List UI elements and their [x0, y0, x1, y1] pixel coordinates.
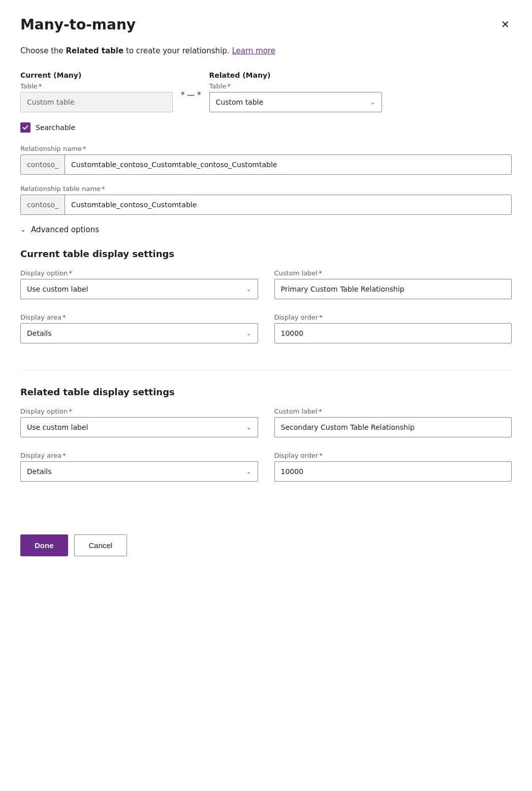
- related-custom-label-row: Custom label* Secondary Custom Table Rel…: [274, 407, 512, 437]
- subtitle-suffix: to create your relationship.: [123, 46, 229, 55]
- related-section-label: Related (Many): [209, 71, 382, 79]
- current-custom-label-row: Custom label* Primary Custom Table Relat…: [274, 269, 512, 299]
- section-divider: [20, 370, 512, 370]
- subtitle-bold: Related table: [66, 46, 124, 55]
- current-section-label: Current (Many): [20, 71, 173, 79]
- related-table-column: Related (Many) Table* Custom table ⌄: [209, 71, 382, 112]
- connector: * — *: [173, 90, 209, 100]
- related-display-row2: Display area* Details ⌄ Display order* 1…: [20, 452, 512, 492]
- related-table-select[interactable]: Custom table ⌄: [209, 92, 382, 112]
- related-display-order-row: Display order* 10000: [274, 452, 512, 482]
- searchable-row: Searchable: [20, 122, 512, 133]
- related-table-display-settings: Related table display settings Display o…: [20, 387, 512, 492]
- current-table-input: Custom table: [20, 92, 173, 112]
- current-table-required: *: [39, 82, 42, 90]
- checkmark-icon: [22, 124, 28, 131]
- relationship-table-name-value: Customtable_contoso_Customtable: [65, 195, 511, 214]
- relationship-name-row: Relationship name* contoso_ Customtable_…: [20, 145, 512, 175]
- advanced-options-toggle[interactable]: ⌄ Advanced options: [20, 225, 512, 234]
- current-custom-label-label: Custom label*: [274, 269, 512, 277]
- table-selection-row: Current (Many) Table* Custom table * — *…: [20, 71, 512, 112]
- relationship-name-value: Customtable_contoso_Customtable_contoso_…: [65, 155, 511, 174]
- related-display-area-chevron-icon: ⌄: [246, 468, 251, 475]
- current-display-area-chevron-icon: ⌄: [246, 330, 251, 337]
- related-display-row1: Display option* Use custom label ⌄ Custo…: [20, 407, 512, 448]
- related-display-area-row: Display area* Details ⌄: [20, 452, 258, 482]
- subtitle-text: Choose the: [20, 46, 66, 55]
- related-display-option-select[interactable]: Use custom label ⌄: [20, 417, 258, 437]
- current-display-option-label: Display option*: [20, 269, 258, 277]
- advanced-options-label: Advanced options: [31, 225, 99, 234]
- related-table-required: *: [227, 82, 231, 90]
- related-display-area-label: Display area*: [20, 452, 258, 459]
- done-button[interactable]: Done: [20, 534, 68, 556]
- current-display-option-select[interactable]: Use custom label ⌄: [20, 279, 258, 299]
- current-display-area-row: Display area* Details ⌄: [20, 313, 258, 343]
- relationship-table-name-prefix: contoso_: [21, 195, 65, 214]
- current-display-order-input[interactable]: 10000: [274, 323, 512, 343]
- related-table-chevron-icon: ⌄: [370, 99, 375, 106]
- relationship-name-prefix: contoso_: [21, 155, 65, 174]
- searchable-label: Searchable: [36, 123, 75, 132]
- close-icon: ✕: [501, 18, 510, 30]
- close-button[interactable]: ✕: [499, 16, 512, 33]
- related-custom-label-input[interactable]: Secondary Custom Table Relationship: [274, 417, 512, 437]
- relationship-table-name-input[interactable]: contoso_ Customtable_contoso_Customtable: [20, 195, 512, 215]
- learn-more-link[interactable]: Learn more: [232, 46, 275, 55]
- many-to-many-dialog: Many-to-many ✕ Choose the Related table …: [0, 0, 532, 791]
- current-display-area-label: Display area*: [20, 313, 258, 321]
- cancel-button[interactable]: Cancel: [74, 534, 128, 556]
- dialog-header: Many-to-many ✕: [20, 16, 512, 33]
- related-display-option-row: Display option* Use custom label ⌄: [20, 407, 258, 437]
- current-display-row2: Display area* Details ⌄ Display order* 1…: [20, 313, 512, 354]
- current-display-option-chevron-icon: ⌄: [246, 286, 251, 293]
- current-custom-label-input[interactable]: Primary Custom Table Relationship: [274, 279, 512, 299]
- current-display-order-row: Display order* 10000: [274, 313, 512, 343]
- subtitle: Choose the Related table to create your …: [20, 45, 512, 57]
- relationship-name-input[interactable]: contoso_ Customtable_contoso_Customtable…: [20, 154, 512, 175]
- related-display-option-value: Use custom label: [27, 423, 88, 431]
- searchable-checkbox[interactable]: [20, 122, 30, 133]
- current-display-area-select[interactable]: Details ⌄: [20, 323, 258, 343]
- related-display-option-chevron-icon: ⌄: [246, 424, 251, 431]
- related-display-order-label: Display order*: [274, 452, 512, 459]
- current-display-area-value: Details: [27, 329, 52, 337]
- related-display-option-label: Display option*: [20, 407, 258, 415]
- related-custom-label-label: Custom label*: [274, 407, 512, 415]
- current-display-option-row: Display option* Use custom label ⌄: [20, 269, 258, 299]
- current-table-column: Current (Many) Table* Custom table: [20, 71, 173, 112]
- relationship-table-name-label: Relationship table name*: [20, 185, 512, 193]
- current-table-label: Table*: [20, 82, 173, 90]
- related-table-value: Custom table: [216, 98, 264, 106]
- current-display-order-label: Display order*: [274, 313, 512, 321]
- current-display-row1: Display option* Use custom label ⌄ Custo…: [20, 269, 512, 309]
- related-display-area-select[interactable]: Details ⌄: [20, 461, 258, 482]
- related-display-settings-title: Related table display settings: [20, 387, 512, 397]
- current-table-display-settings: Current table display settings Display o…: [20, 248, 512, 354]
- current-display-option-value: Use custom label: [27, 285, 88, 293]
- related-display-order-input[interactable]: 10000: [274, 461, 512, 482]
- dialog-title: Many-to-many: [20, 16, 136, 33]
- related-display-area-value: Details: [27, 467, 52, 476]
- related-table-label: Table*: [209, 82, 382, 90]
- current-display-settings-title: Current table display settings: [20, 248, 512, 259]
- advanced-options-chevron-icon: ⌄: [20, 226, 26, 233]
- dialog-footer: Done Cancel: [20, 522, 512, 556]
- relationship-name-label: Relationship name*: [20, 145, 512, 152]
- relationship-table-name-row: Relationship table name* contoso_ Custom…: [20, 185, 512, 215]
